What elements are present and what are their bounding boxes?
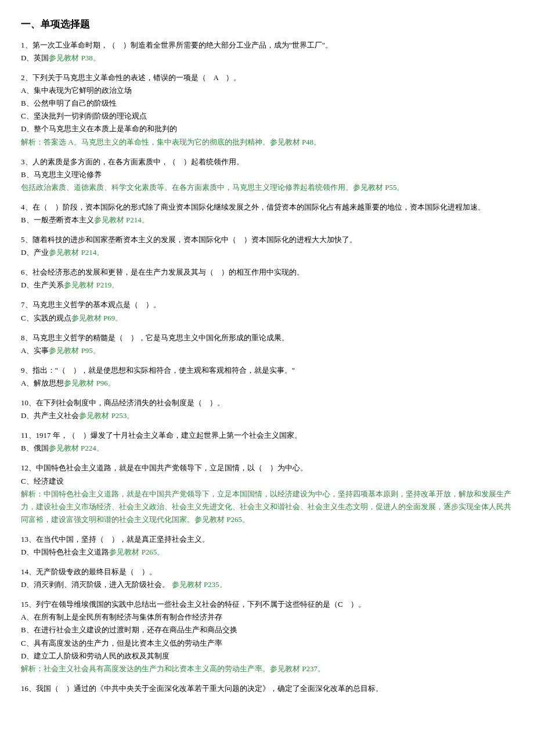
answer-line: B、一般垄断资本主义参见教材 P214。 (21, 214, 518, 226)
question-text: 4、在（ ）阶段，资本国际化的形式除了商业资本国际化继续发展之外，借贷资本的国际… (21, 201, 518, 214)
question-text: 12、中国特色社会主义道路，就是在中国共产党领导下，立足国情，以（ ）为中心。 (21, 462, 518, 474)
reference-text: 参见教材 P219。 (64, 280, 119, 289)
option-c: C、具有高度发达的生产力，但是比资本主义低的劳动生产率 (21, 637, 518, 650)
answer-text: A、实事 (21, 346, 49, 355)
question-10: 10、在下列社会制度中，商品经济消失的社会制度是（ ）。 D、共产主义社会参见教… (21, 397, 518, 422)
reference-text: 参见教材 P38。 (49, 53, 100, 62)
analysis-text: 包括政治素质、道德素质、科学文化素质等。在各方面素质中，马克思主义理论修养起着统… (21, 181, 518, 194)
reference-text: 参见教材 P96。 (64, 379, 115, 387)
question-15: 15、列宁在领导维埃俄国的实践中总结出一些社会主义社会的特征，下列不属于这些特征… (21, 598, 518, 675)
reference-text: 参见教材 P95。 (49, 346, 100, 355)
question-2: 2、下列关于马克思主义革命性的表述，错误的一项是（ A ）。 A、集中表现为它鲜… (21, 71, 518, 149)
question-7: 7、马克思主义哲学的基本观点是（ ）。 C、实践的观点参见教材 P69。 (21, 298, 518, 324)
question-text: 5、随着科技的进步和国家垄断资本主义的发展，资本国际化中（ ）资本国际化的进程大… (21, 233, 518, 246)
option-d: D、整个马克思主义在本质上是革命的和批判的 (21, 123, 518, 135)
answer-line: D、共产主义社会参见教材 P253。 (21, 409, 518, 422)
answer-line: B、俄国参见教材 P224。 (21, 442, 518, 455)
option-a: A、集中表现为它鲜明的政治立场 (21, 84, 518, 97)
question-13: 13、在当代中国，坚持（ ），就是真正坚持社会主义。 D、中国特色社会主义道路参… (21, 533, 518, 559)
question-text: 16、我国（ ）通过的《中共中央关于全面深化改革若干重大问题的决定》，确定了全面… (21, 682, 518, 695)
question-9: 9、指出："（ ），就是使思想和实际相符合，使主观和客观相符合，就是实事。" A… (21, 364, 518, 390)
question-text: 2、下列关于马克思主义革命性的表述，错误的一项是（ A ）。 (21, 71, 518, 84)
answer-line: D、生产关系参见教材 P219。 (21, 279, 518, 291)
question-3: 3、人的素质是多方面的，在各方面素质中，（ ）起着统领作用。 B、马克思主义理论… (21, 156, 518, 194)
analysis-text: 解析：答案选 A。马克思主义的革命性，集中表现为它的彻底的批判精神。参见教材 P… (21, 136, 518, 149)
question-text: 8、马克思主义哲学的精髓是（ ），它是马克思主义中国化所形成的重论成果。 (21, 332, 518, 344)
question-text: 1、第一次工业革命时期，（ ）制造着全世界所需要的绝大部分工业产品，成为"世界工… (21, 39, 518, 52)
answer-line: A、实事参见教材 P95。 (21, 344, 518, 357)
answer-line: C、实践的观点参见教材 P69。 (21, 312, 518, 325)
option-d: D、建立工人阶级和劳动人民的政权及其制度 (21, 650, 518, 663)
answer-text: D、产业 (21, 248, 49, 257)
reference-text: 参见教材 P253。 (79, 411, 134, 420)
question-text: 13、在当代中国，坚持（ ），就是真正坚持社会主义。 (21, 533, 518, 546)
reference-text: 参见教材 P214。 (94, 215, 149, 224)
question-1: 1、第一次工业革命时期，（ ）制造着全世界所需要的绝大部分工业产品，成为"世界工… (21, 39, 518, 64)
option-a: A、在所有制上是全民所有制经济与集体所有制合作经济并存 (21, 611, 518, 624)
question-text: 9、指出："（ ），就是使思想和实际相符合，使主观和客观相符合，就是实事。" (21, 364, 518, 377)
question-text: 10、在下列社会制度中，商品经济消失的社会制度是（ ）。 (21, 397, 518, 409)
reference-text: 参见教材 P224。 (49, 444, 104, 452)
question-12: 12、中国特色社会主义道路，就是在中国共产党领导下，立足国情，以（ ）为中心。 … (21, 462, 518, 525)
question-text: 15、列宁在领导维埃俄国的实践中总结出一些社会主义社会的特征，下列不属于这些特征… (21, 598, 518, 611)
answer-line: D、英国参见教材 P38。 (21, 52, 518, 64)
reference-text: 参见教材 P214。 (49, 248, 104, 257)
question-text: 11、1917 年，（ ）爆发了十月社会主义革命，建立起世界上第一个社会主义国家… (21, 429, 518, 442)
answer-text: D、中国特色社会主义道路 (21, 548, 109, 556)
reference-text: 参见教材 P235。 (172, 580, 227, 589)
section-title: 一、单项选择题 (21, 16, 518, 33)
question-11: 11、1917 年，（ ）爆发了十月社会主义革命，建立起世界上第一个社会主义国家… (21, 429, 518, 455)
option-b: B、公然申明了自己的阶级性 (21, 97, 518, 110)
answer-text: B、俄国 (21, 444, 49, 452)
question-5: 5、随着科技的进步和国家垄断资本主义的发展，资本国际化中（ ）资本国际化的进程大… (21, 233, 518, 259)
answer-line: D、产业参见教材 P214。 (21, 246, 518, 259)
answer-text: A、解放思想 (21, 379, 64, 387)
question-text: 7、马克思主义哲学的基本观点是（ ）。 (21, 298, 518, 311)
answer-text: D、生产关系 (21, 280, 64, 289)
answer-line: D、中国特色社会主义道路参见教材 P265。 (21, 546, 518, 559)
option-b: B、在进行社会主义建设的过渡时期，还存在商品生产和商品交换 (21, 624, 518, 636)
reference-text: 参见教材 P265。 (109, 548, 164, 556)
answer-text: C、实践的观点 (21, 314, 71, 322)
question-text: 6、社会经济形态的发展和更替，是在生产力发展及其与（ ）的相互作用中实现的。 (21, 266, 518, 279)
answer-line: C、经济建设 (21, 475, 518, 488)
question-4: 4、在（ ）阶段，资本国际化的形式除了商业资本国际化继续发展之外，借贷资本的国际… (21, 201, 518, 226)
question-text: 14、无产阶级专政的最终目标是（ ）。 (21, 566, 518, 578)
reference-text: 参见教材 P69。 (71, 314, 122, 322)
answer-text: D、共产主义社会 (21, 411, 79, 420)
option-c: C、坚决批判一切剥削阶级的理论观点 (21, 110, 518, 123)
question-16: 16、我国（ ）通过的《中共中央关于全面深化改革若干重大问题的决定》，确定了全面… (21, 682, 518, 695)
question-text: 3、人的素质是多方面的，在各方面素质中，（ ）起着统领作用。 (21, 156, 518, 168)
answer-line: B、马克思主义理论修养 (21, 168, 518, 181)
question-14: 14、无产阶级专政的最终目标是（ ）。 D、消灭剥削、消灭阶级，进入无阶级社会。… (21, 566, 518, 591)
answer-line: D、消灭剥削、消灭阶级，进入无阶级社会。 参见教材 P235。 (21, 578, 518, 591)
question-8: 8、马克思主义哲学的精髓是（ ），它是马克思主义中国化所形成的重论成果。 A、实… (21, 332, 518, 357)
analysis-text: 解析：中国特色社会主义道路，就是在中国共产党领导下，立足本国国情，以经济建设为中… (21, 488, 518, 526)
answer-line: A、解放思想参见教材 P96。 (21, 377, 518, 390)
question-6: 6、社会经济形态的发展和更替，是在生产力发展及其与（ ）的相互作用中实现的。 D… (21, 266, 518, 291)
analysis-text: 解析：社会主义社会具有高度发达的生产力和比资本主义高的劳动生产率。参见教材 P2… (21, 663, 518, 675)
answer-text: D、英国 (21, 53, 49, 62)
answer-text: D、消灭剥削、消灭阶级，进入无阶级社会。 (21, 580, 169, 589)
answer-text: B、一般垄断资本主义 (21, 215, 94, 224)
